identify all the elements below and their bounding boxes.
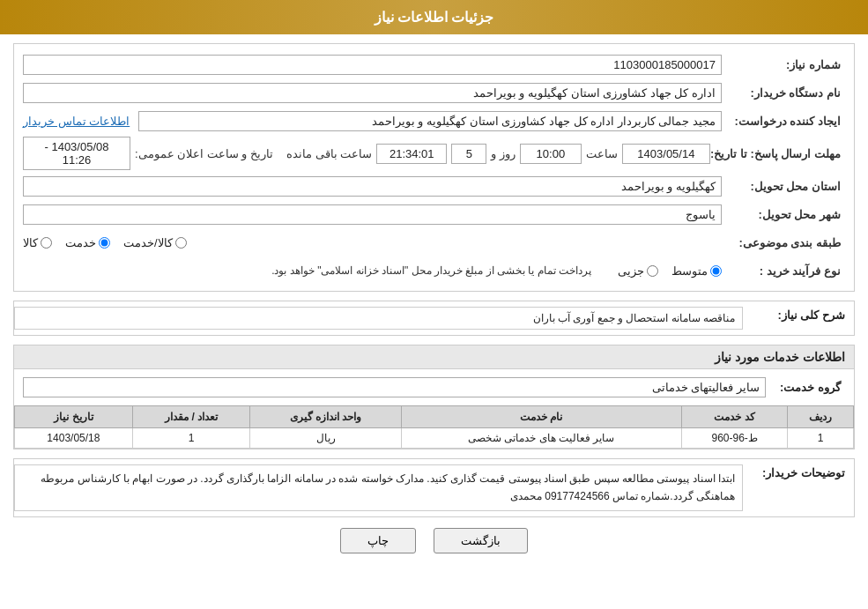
- shahr-row: شهر محل تحویل: یاسوج: [23, 202, 845, 227]
- cell-name: سایر فعالیت های خدماتی شخصی: [401, 428, 681, 449]
- tarikh-value: 1403/05/14: [622, 144, 710, 164]
- nooe-motevaset-item[interactable]: متوسط: [671, 264, 722, 278]
- nam-dastgah-value: اداره کل جهاد کشاورزی استان کهگیلویه و ب…: [23, 83, 722, 103]
- services-section: اطلاعات خدمات مورد نیاز گروه خدمت: سایر …: [13, 345, 855, 449]
- tarikh-saate-elam-value: 1403/05/08 - 11:26: [23, 137, 130, 170]
- tabaqe-khedmat-item[interactable]: خدمت: [65, 236, 110, 249]
- rooz-label: روز و: [491, 147, 516, 160]
- cell-code: ط-96-960: [681, 428, 787, 449]
- back-button[interactable]: بازگشت: [434, 528, 528, 553]
- nooe-notice: پرداخت تمام یا بخشی از مبلغ خریدار محل "…: [23, 264, 591, 277]
- nam-dastgah-label: نام دستگاه خریدار:: [722, 86, 845, 100]
- ejad-value: مجید جمالی کاربردار اداره کل جهاد کشاورز…: [138, 111, 722, 131]
- shomara-label: شماره نیاز:: [722, 58, 845, 71]
- cell-radif: 1: [788, 428, 854, 449]
- services-table: ردیف کد خدمت نام خدمت واحد اندازه گیری ت…: [14, 405, 854, 449]
- col-count: تعداد / مقدار: [132, 406, 250, 428]
- tabaqe-kala-khedmat-radio[interactable]: [175, 237, 187, 249]
- tabaqe-radio-group: کالا/خدمت خدمت کالا: [23, 236, 722, 249]
- shahr-value: یاسوج: [23, 204, 722, 225]
- tabaqe-label: طبقه بندی موضوعی:: [722, 236, 845, 249]
- nooe-jozi-item[interactable]: جزیی: [618, 264, 658, 278]
- mande-value: 21:34:01: [376, 144, 447, 164]
- sharh-value: مناقصه سامانه استحصال و جمع آوری آب بارا…: [14, 307, 743, 330]
- desc-section: توضیحات خریدار: ابتدا اسناد پیوستی مطالع…: [13, 458, 855, 517]
- shomara-value: 1103000185000017: [23, 55, 722, 75]
- nooe-motevaset-label: متوسط: [671, 264, 708, 278]
- ejad-row: ایجاد کننده درخواست: مجید جمالی کاربردار…: [23, 108, 845, 133]
- tabaqe-kala-item[interactable]: کالا: [23, 236, 52, 249]
- page-title: جزئیات اطلاعات نیاز: [375, 10, 494, 25]
- tabaqe-khedmat-radio[interactable]: [99, 237, 110, 249]
- shomara-row: شماره نیاز: 1103000185000017: [23, 52, 845, 77]
- mande-label: ساعت باقی مانده: [286, 147, 372, 160]
- nooe-jozi-radio[interactable]: [647, 265, 658, 277]
- tabaqe-kala-label: کالا: [23, 236, 38, 249]
- shahr-label: شهر محل تحویل:: [722, 208, 845, 221]
- mohlat-row: مهلت ارسال پاسخ: تا تاریخ: 1403/05/14 سا…: [23, 137, 845, 170]
- desc-text: ابتدا اسناد پیوستی مطالعه سپس طبق اسناد …: [14, 464, 743, 511]
- nooe-label: نوع فرآیند خرید :: [722, 264, 845, 278]
- cell-date: 1403/05/18: [15, 428, 133, 449]
- tabaqe-kala-khedmat-label: کالا/خدمت: [123, 236, 173, 249]
- col-unit: واحد اندازه گیری: [250, 406, 401, 428]
- tabaqe-kala-khedmat-item[interactable]: کالا/خدمت: [123, 236, 187, 249]
- ejad-label: ایجاد کننده درخواست:: [722, 115, 845, 128]
- group-row: گروه خدمت: سایر فعالیتهای خدماتی: [14, 373, 854, 402]
- col-radif: ردیف: [788, 406, 854, 428]
- tabaqe-row: طبقه بندی موضوعی: کالا/خدمت خدمت کالا: [23, 230, 845, 255]
- mohlat-label: مهلت ارسال پاسخ: تا تاریخ:: [710, 147, 845, 160]
- nooe-row: نوع فرآیند خرید : متوسط جزیی پرداخت تمام…: [23, 258, 845, 283]
- services-title: اطلاعات خدمات مورد نیاز: [14, 345, 854, 369]
- sharh-label: شرح کلی نیاز:: [748, 301, 854, 329]
- ettelaat-tamas-link[interactable]: اطلاعات تماس خریدار: [23, 115, 130, 128]
- nooe-motevaset-radio[interactable]: [710, 265, 722, 277]
- page-header: جزئیات اطلاعات نیاز: [0, 0, 868, 34]
- print-button[interactable]: چاپ: [340, 528, 416, 553]
- ostan-row: استان محل تحویل: کهگیلویه و بویراحمد: [23, 174, 845, 198]
- nooe-jozi-label: جزیی: [618, 264, 644, 278]
- saat-value: 10:00: [520, 144, 582, 164]
- tarikh-saate-elam-label: تاریخ و ساعت اعلان عمومی:: [135, 147, 273, 160]
- col-date: تاریخ نیاز: [15, 406, 133, 428]
- tabaqe-kala-radio[interactable]: [41, 237, 52, 249]
- group-label: گروه خدمت:: [766, 381, 845, 394]
- table-header-row: ردیف کد خدمت نام خدمت واحد اندازه گیری ت…: [15, 406, 854, 428]
- cell-unit: ریال: [250, 428, 401, 449]
- group-value: سایر فعالیتهای خدماتی: [23, 377, 766, 397]
- table-row: 1ط-96-960سایر فعالیت های خدماتی شخصیریال…: [15, 428, 854, 449]
- desc-label: توضیحات خریدار:: [748, 459, 854, 486]
- col-code: کد خدمت: [681, 406, 787, 428]
- buttons-row: بازگشت چاپ: [13, 528, 855, 553]
- cell-count: 1: [132, 428, 250, 449]
- info-section: شماره نیاز: 1103000185000017 نام دستگاه …: [13, 43, 855, 292]
- col-name: نام خدمت: [401, 406, 681, 428]
- sharh-section: شرح کلی نیاز: مناقصه سامانه استحصال و جم…: [13, 301, 855, 336]
- rooz-value: 5: [451, 144, 486, 164]
- saat-label: ساعت: [586, 147, 618, 160]
- nam-dastgah-row: نام دستگاه خریدار: اداره کل جهاد کشاورزی…: [23, 80, 845, 105]
- ostan-label: استان محل تحویل:: [722, 180, 845, 193]
- tabaqe-khedmat-label: خدمت: [65, 236, 96, 249]
- mohlat-fields: 1403/05/14 ساعت 10:00 روز و 5 21:34:01 س…: [286, 144, 710, 164]
- ostan-value: کهگیلویه و بویراحمد: [23, 176, 722, 197]
